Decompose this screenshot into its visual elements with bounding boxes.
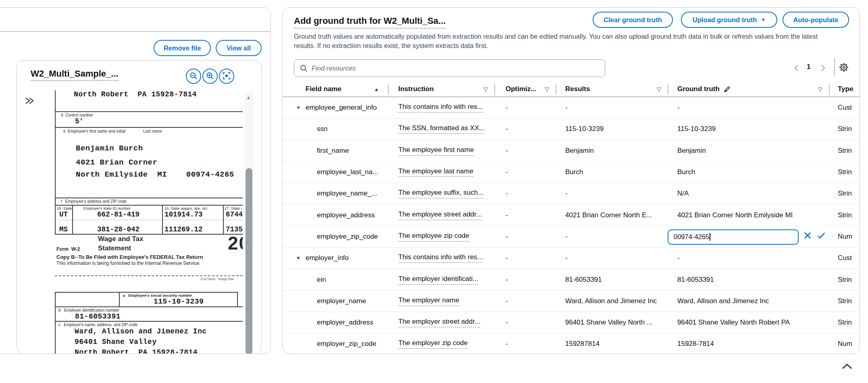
results-cell: 4021 Brian Corner North E... xyxy=(556,204,668,225)
results-cell: - xyxy=(556,97,668,118)
table-row[interactable]: ssnThe SSN, formatted as XX...-115-10-32… xyxy=(283,119,860,140)
table-row[interactable]: first_nameThe employee first name-Benjam… xyxy=(283,140,860,162)
column-header-instruction[interactable]: Instruction ▽ xyxy=(388,82,494,96)
table-row[interactable]: einThe employer identificati...-81-60533… xyxy=(283,269,860,290)
expand-group-icon[interactable]: ▼ xyxy=(296,105,301,110)
chevron-up-icon xyxy=(841,365,853,372)
optimization-cell: - xyxy=(494,97,556,118)
optimization-cell: - xyxy=(494,269,556,290)
type-header-label: Type xyxy=(838,85,853,93)
zoom-out-button[interactable] xyxy=(186,69,201,84)
upload-ground-truth-button[interactable]: Upload ground truth ▼ xyxy=(681,12,777,28)
table-row[interactable]: ▼employer_infoThis contains info with re… xyxy=(283,248,860,269)
instruction-link[interactable]: The employee zip code xyxy=(398,232,469,241)
instruction-link[interactable]: The employee first name xyxy=(398,146,474,156)
results-cell: - xyxy=(556,248,668,269)
field-name-cell: employer_address xyxy=(283,312,388,333)
optimization-cell: - xyxy=(494,226,556,247)
fit-to-view-button[interactable] xyxy=(219,69,234,84)
confirm-edit-icon[interactable] xyxy=(817,231,826,241)
instruction-link[interactable]: The employee suffix, such... xyxy=(398,189,483,198)
field-name-cell: ▼employer_info xyxy=(283,248,388,269)
instruction-cell: The employee last name xyxy=(388,162,494,183)
remove-file-label: Remove file xyxy=(164,44,201,52)
field-name: employee_last_na... xyxy=(317,168,378,176)
doc-ssn-value: 115-10-3239 xyxy=(154,298,204,306)
table-settings-button[interactable] xyxy=(838,62,849,75)
optimization-cell: - xyxy=(494,140,556,161)
ground-truth-cell: 00974-4265 xyxy=(668,226,829,247)
auto-populate-button[interactable]: Auto-populate xyxy=(783,12,849,28)
search-input[interactable]: Find resources xyxy=(294,59,605,77)
field-name: first_name xyxy=(317,147,349,155)
type-cell: Strin xyxy=(829,162,860,183)
ground-truth-cell: 4021 Brian Corner North Emilyside MI xyxy=(668,204,829,225)
doc-b-label: b Employer identification number xyxy=(58,308,119,312)
ground-truth-cell: 115-10-3239 xyxy=(668,119,829,139)
instruction-link[interactable]: The employee last name xyxy=(398,167,473,177)
document-viewer-card: W2_Multi_Sample_... xyxy=(17,60,262,354)
optimization-header-label: Optimiz... xyxy=(506,85,537,93)
doc-state2-id: 381-28-042 xyxy=(97,225,139,233)
pagination-next-button[interactable] xyxy=(818,63,828,73)
doc-state-col4: 17 State i xyxy=(225,206,242,210)
table-row[interactable]: ▼employee_general_infoThis contains info… xyxy=(283,97,860,119)
field-name: employer_address xyxy=(317,318,373,327)
table-row[interactable]: employee_addressThe employee street addr… xyxy=(283,204,860,226)
column-header-field-name[interactable]: Field name ▲ xyxy=(283,82,388,96)
table-row[interactable]: employee_last_na...The employee last nam… xyxy=(283,162,860,183)
type-cell: Strin xyxy=(829,312,860,333)
type-cell: Strin xyxy=(829,269,860,290)
doc-f-label: f Employee's address and ZIP code xyxy=(61,199,127,204)
page-title: Add ground truth for W2_Multi_Sa... xyxy=(294,16,445,29)
document-scrollbar[interactable]: ▲ xyxy=(244,92,254,354)
ground-truth-input[interactable]: 00974-4265 xyxy=(668,229,799,245)
ground-truth-cell: - xyxy=(668,248,829,269)
column-header-ground-truth[interactable]: Ground truth ▽ xyxy=(668,82,829,96)
pagination-current-page[interactable]: 1 xyxy=(807,63,810,71)
pagination-prev-button[interactable] xyxy=(791,63,801,73)
scrollbar-thumb[interactable] xyxy=(246,168,252,354)
instruction-link[interactable]: The employee street addr... xyxy=(398,210,482,220)
table-row[interactable]: employee_name_...The employee suffix, su… xyxy=(283,183,860,204)
instruction-link[interactable]: The SSN, formatted as XX... xyxy=(398,124,485,134)
field-name-header-label: Field name xyxy=(306,85,341,93)
remove-file-button[interactable]: Remove file xyxy=(154,40,211,56)
instruction-link[interactable]: The employer zip code xyxy=(398,339,468,349)
scroll-up-icon[interactable]: ▲ xyxy=(246,94,251,100)
expand-group-icon[interactable]: ▼ xyxy=(296,255,301,261)
instruction-link[interactable]: This contains info with res... xyxy=(398,103,483,112)
ground-truth-cell: Benjamin xyxy=(668,140,829,161)
filter-icon[interactable]: ▽ xyxy=(657,86,661,92)
instruction-cell: The SSN, formatted as XX... xyxy=(388,119,494,139)
column-header-results[interactable]: Results ▽ xyxy=(556,82,668,96)
doc-state1-id: 662-81-419 xyxy=(97,210,139,219)
optimization-cell: - xyxy=(494,333,556,354)
filter-icon[interactable]: ▽ xyxy=(818,86,822,92)
table-row[interactable]: employer_addressThe employer street addr… xyxy=(283,312,860,333)
collapse-panel-button[interactable] xyxy=(841,362,853,373)
table-row[interactable]: employer_zip_codeThe employer zip code-1… xyxy=(283,333,860,354)
clear-ground-truth-button[interactable]: Clear ground truth xyxy=(593,12,673,28)
edit-pencil-icon xyxy=(724,86,731,93)
ground-truth-input-value: 00974-4265 xyxy=(674,233,709,241)
upload-ground-truth-label: Upload ground truth xyxy=(693,16,757,24)
field-name-cell: employee_address xyxy=(283,204,388,225)
results-cell: 159287814 xyxy=(556,333,668,354)
column-header-type[interactable]: Type xyxy=(829,82,860,96)
filter-icon[interactable]: ▽ xyxy=(483,86,488,92)
cancel-edit-icon[interactable] xyxy=(803,231,812,241)
expand-sidebar-icon[interactable] xyxy=(24,96,35,106)
instruction-link[interactable]: The employer identificati... xyxy=(398,275,478,285)
table-row[interactable]: employer_nameThe employer name-Ward, All… xyxy=(283,291,860,312)
table-header: Field name ▲ Instruction ▽ Optimiz... ▽ … xyxy=(283,82,860,97)
zoom-in-button[interactable] xyxy=(202,69,218,84)
instruction-link[interactable]: The employer street addr... xyxy=(398,318,480,327)
type-cell: Strin xyxy=(829,291,860,312)
view-all-button[interactable]: View all xyxy=(216,40,262,56)
column-header-optimization[interactable]: Optimiz... ▽ xyxy=(494,82,556,96)
table-row[interactable]: employee_zip_codeThe employee zip code--… xyxy=(283,226,860,248)
instruction-link[interactable]: The employer name xyxy=(398,296,459,306)
instruction-link[interactable]: This contains info with res... xyxy=(398,253,483,263)
filter-icon[interactable]: ▽ xyxy=(545,86,549,92)
